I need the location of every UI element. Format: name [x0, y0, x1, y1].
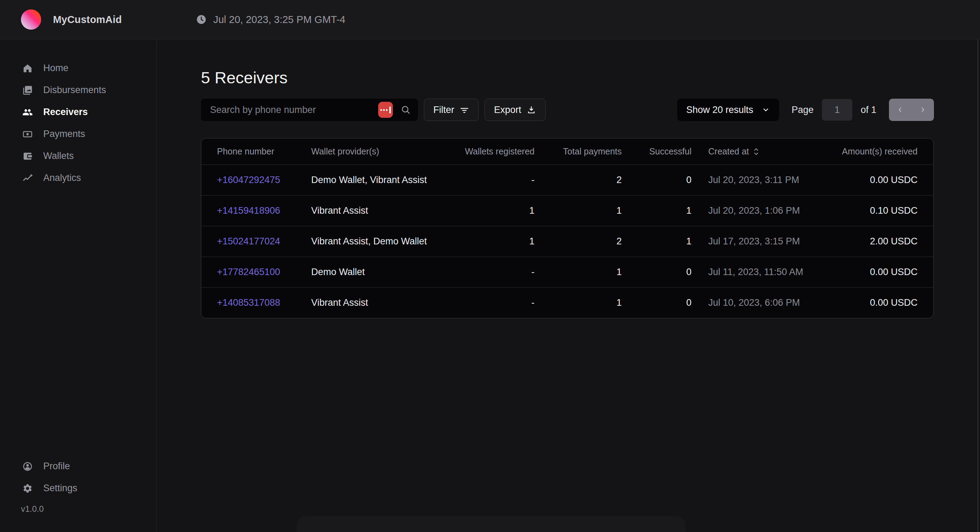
clock-icon [196, 14, 207, 25]
timestamp-text: Jul 20, 2023, 3:25 PM GMT-4 [213, 14, 345, 25]
total-payments-cell: 2 [535, 175, 622, 186]
home-icon [22, 63, 33, 73]
table-row: +15024177024 Vibrant Assist, Demo Wallet… [201, 226, 933, 257]
column-header-providers: Wallet provider(s) [311, 146, 451, 157]
wallet-providers-cell: Demo Wallet, Vibrant Assist [311, 175, 451, 186]
sidebar-item-receivers[interactable]: Receivers [0, 101, 156, 123]
sidebar-item-label: Home [43, 63, 68, 73]
amount-cell: 2.00 USDC [831, 236, 918, 247]
total-payments-cell: 1 [535, 297, 622, 308]
wallets-registered-cell: 1 [451, 205, 535, 216]
sidebar-item-profile[interactable]: Profile [0, 455, 156, 477]
filter-button[interactable]: Filter [424, 98, 479, 121]
pagination-controls: Show 20 results Page of 1 [677, 98, 934, 121]
sidebar-item-label: Analytics [43, 173, 81, 183]
chevron-right-icon [919, 106, 927, 114]
previous-page-button[interactable] [889, 98, 912, 121]
phone-number-link[interactable]: +16047292475 [217, 175, 311, 186]
successful-cell: 0 [622, 297, 692, 308]
column-header-created-at[interactable]: Created at [692, 146, 831, 157]
app-version: v1.0.0 [0, 504, 156, 514]
column-header-total-payments: Total payments [535, 146, 622, 157]
top-bar: MyCustomAid Jul 20, 2023, 3:25 PM GMT-4 [0, 0, 980, 40]
app-window: MyCustomAid Jul 20, 2023, 3:25 PM GMT-4 … [0, 0, 980, 532]
amount-cell: 0.10 USDC [831, 205, 918, 216]
column-header-successful: Successful [622, 146, 692, 157]
created-at-cell: Jul 20, 2023, 1:06 PM [692, 205, 831, 216]
successful-cell: 0 [622, 267, 692, 278]
sidebar-item-label: Profile [43, 461, 70, 472]
phone-number-link[interactable]: +14159418906 [217, 205, 311, 216]
profile-icon [22, 461, 33, 472]
created-at-cell: Jul 10, 2023, 6:06 PM [692, 297, 831, 308]
sidebar-item-wallets[interactable]: Wallets [0, 145, 156, 167]
phone-number-link[interactable]: +15024177024 [217, 236, 311, 247]
download-icon [527, 105, 536, 115]
next-page-button[interactable] [912, 98, 934, 121]
sidebar-item-label: Disbursements [43, 85, 106, 95]
column-header-created-at-label: Created at [708, 146, 749, 157]
page-number-input[interactable] [822, 99, 852, 121]
sidebar-item-label: Payments [43, 129, 85, 140]
sidebar-item-analytics[interactable]: Analytics [0, 167, 156, 189]
phone-number-link[interactable]: +14085317088 [217, 297, 311, 308]
search-icon[interactable] [401, 105, 411, 115]
column-header-amount: Amount(s) received [831, 146, 918, 157]
wallet-providers-cell: Vibrant Assist [311, 297, 451, 308]
search-box [201, 98, 418, 121]
created-at-cell: Jul 11, 2023, 11:50 AM [692, 267, 831, 278]
created-at-cell: Jul 20, 2023, 3:11 PM [692, 175, 831, 186]
created-at-cell: Jul 17, 2023, 3:15 PM [692, 236, 831, 247]
window-right-border [978, 40, 978, 532]
password-manager-icon[interactable] [378, 102, 393, 118]
disbursements-icon [22, 85, 33, 95]
amount-cell: 0.00 USDC [831, 297, 918, 308]
app-name: MyCustomAid [53, 14, 122, 25]
successful-cell: 1 [622, 205, 692, 216]
pager-button-group [889, 98, 934, 121]
sidebar-item-payments[interactable]: Payments [0, 123, 156, 145]
page-label: Page [792, 105, 814, 115]
page-total-label: of 1 [861, 105, 877, 115]
main-content: 5 Receivers Filter Export [157, 40, 980, 532]
sidebar-footer: Profile Settings v1.0.0 [0, 455, 156, 514]
table-header-row: Phone number Wallet provider(s) Wallets … [201, 138, 933, 165]
filter-button-label: Filter [433, 105, 454, 115]
wallets-registered-cell: 1 [451, 236, 535, 247]
table-row: +14159418906 Vibrant Assist 1 1 1 Jul 20… [201, 195, 933, 226]
sidebar-item-settings[interactable]: Settings [0, 477, 156, 499]
phone-number-link[interactable]: +17782465100 [217, 267, 311, 278]
app-logo-icon [21, 10, 41, 30]
sidebar-item-label: Wallets [43, 151, 74, 161]
amount-cell: 0.00 USDC [831, 175, 918, 186]
page-size-select[interactable]: Show 20 results [677, 98, 779, 121]
table-row: +14085317088 Vibrant Assist - 1 0 Jul 10… [201, 287, 933, 318]
sidebar-item-label: Receivers [43, 107, 88, 118]
sidebar-item-home[interactable]: Home [0, 57, 156, 79]
export-button[interactable]: Export [485, 98, 546, 121]
successful-cell: 0 [622, 175, 692, 186]
table-row: +16047292475 Demo Wallet, Vibrant Assist… [201, 165, 933, 195]
sidebar: Home Disbursements Receivers Payments [0, 40, 157, 532]
wallet-providers-cell: Vibrant Assist, Demo Wallet [311, 236, 451, 247]
chevron-down-icon [762, 106, 770, 114]
page-title: 5 Receivers [201, 68, 288, 87]
page-size-label: Show 20 results [686, 105, 753, 115]
receivers-table: Phone number Wallet provider(s) Wallets … [201, 138, 934, 318]
sidebar-item-disbursements[interactable]: Disbursements [0, 79, 156, 101]
wallet-providers-cell: Demo Wallet [311, 267, 451, 278]
total-payments-cell: 1 [535, 267, 622, 278]
export-button-label: Export [494, 105, 521, 115]
wallet-providers-cell: Vibrant Assist [311, 205, 451, 216]
wallets-registered-cell: - [451, 297, 535, 308]
analytics-icon [22, 173, 33, 183]
bottom-sheet-peek [296, 516, 686, 532]
total-payments-cell: 2 [535, 236, 622, 247]
settings-icon [22, 483, 33, 494]
payments-icon [22, 129, 33, 140]
sort-icon [753, 147, 759, 157]
wallets-registered-cell: - [451, 267, 535, 278]
brand[interactable]: MyCustomAid [21, 10, 122, 30]
current-time: Jul 20, 2023, 3:25 PM GMT-4 [196, 14, 345, 25]
filter-lines-icon [460, 105, 469, 115]
